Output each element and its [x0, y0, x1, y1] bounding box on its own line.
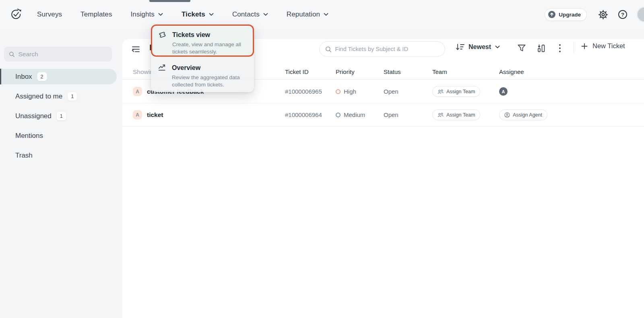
up-arrow-circle-icon — [548, 11, 555, 18]
manage-columns-icon[interactable] — [537, 44, 545, 53]
unassigned-count-badge: 1 — [56, 111, 66, 121]
settings-gear-icon[interactable] — [598, 9, 608, 20]
ticket-id: #1000006965 — [285, 88, 336, 95]
agent-icon — [504, 112, 510, 118]
ticket-avatar: A — [133, 87, 142, 96]
status-cell[interactable]: Open — [384, 111, 432, 118]
ticket-id: #1000006964 — [285, 111, 336, 118]
table-row[interactable]: A ticket #1000006964 Medium Open Assign … — [122, 103, 644, 127]
priority-cell[interactable]: Medium — [336, 111, 384, 118]
column-header-ticket-id: Ticket ID — [285, 68, 336, 75]
nav-item-surveys[interactable]: Surveys — [37, 10, 62, 18]
tickets-dropdown-menu: Tickets view Create, view and manage all… — [151, 24, 254, 92]
chevron-down-icon — [158, 13, 163, 16]
sort-descending-icon — [456, 43, 464, 51]
column-header-priority: Priority — [336, 68, 384, 75]
top-navigation: Surveys Templates Insights Tickets Conta… — [0, 0, 644, 29]
ticket-icon — [158, 30, 167, 39]
nav-item-reputation[interactable]: Reputation — [287, 10, 328, 18]
menu-item-description: Create, view and manage all tickets seam… — [172, 41, 249, 55]
nav-item-insights[interactable]: Insights — [131, 10, 163, 18]
priority-cell[interactable]: High — [336, 88, 384, 95]
sidebar-item-label: Inbox — [15, 73, 32, 81]
column-header-assignee: Assignee — [499, 68, 644, 75]
inbox-count-badge: 2 — [37, 72, 47, 81]
menu-item-title: Overview — [172, 64, 200, 72]
sidebar-item-label: Assigned to me — [15, 92, 62, 101]
upgrade-button[interactable]: Upgrade — [545, 8, 587, 21]
assign-agent-button[interactable]: Assign Agent — [499, 109, 547, 120]
ticket-search-input[interactable] — [335, 46, 439, 52]
chevron-down-icon — [324, 13, 328, 16]
team-icon — [438, 113, 444, 117]
sort-dropdown[interactable]: Newest — [456, 43, 500, 51]
filter-funnel-icon[interactable] — [517, 44, 526, 52]
upgrade-label: Upgrade — [559, 12, 581, 18]
sidebar-item-unassigned[interactable]: Unassigned 1 — [0, 106, 122, 126]
sidebar-item-label: Trash — [15, 152, 33, 160]
ticket-avatar: A — [133, 110, 142, 119]
nav-item-contacts[interactable]: Contacts — [232, 10, 268, 18]
chevron-down-icon — [263, 13, 268, 16]
sidebar-item-mentions[interactable]: Mentions — [0, 126, 122, 146]
new-ticket-button[interactable]: New Ticket — [581, 42, 625, 50]
assign-team-button[interactable]: Assign Team — [432, 86, 480, 97]
priority-high-icon — [336, 89, 341, 94]
status-cell[interactable]: Open — [384, 88, 432, 95]
sidebar-search[interactable] — [4, 47, 112, 62]
collapse-sidebar-icon[interactable] — [130, 44, 141, 55]
menu-item-overview[interactable]: Overview Review the aggregated data coll… — [151, 59, 254, 92]
sidebar: Inbox 2 Assigned to me 1 Unassigned 1 Me… — [0, 29, 122, 318]
assigned-count-badge: 1 — [67, 92, 77, 101]
nav-item-tickets[interactable]: Tickets — [182, 10, 214, 18]
toolbar-divider — [574, 42, 574, 53]
search-icon — [9, 51, 14, 57]
ticket-subject[interactable]: ticket — [147, 111, 163, 119]
topnav-right-controls: Upgrade ? — [545, 0, 644, 29]
new-ticket-label: New Ticket — [592, 42, 625, 50]
column-header-status: Status — [384, 68, 432, 75]
menu-item-title: Tickets view — [172, 31, 210, 39]
more-options-kebab-icon[interactable] — [559, 43, 561, 53]
sidebar-item-label: Mentions — [15, 132, 43, 140]
user-avatar[interactable] — [637, 7, 644, 22]
assignee-avatar[interactable]: A — [499, 87, 508, 96]
priority-medium-icon — [336, 113, 341, 117]
menu-item-description: Review the aggregated data collected fro… — [172, 74, 248, 88]
plus-icon — [581, 43, 588, 49]
search-icon — [325, 46, 332, 53]
menu-item-tickets-view[interactable]: Tickets view Create, view and manage all… — [151, 25, 254, 57]
sidebar-item-assigned-to-me[interactable]: Assigned to me 1 — [0, 86, 122, 106]
chevron-down-icon — [495, 45, 500, 49]
column-header-team: Team — [432, 68, 499, 75]
sidebar-item-label: Unassigned — [15, 112, 52, 120]
brand-logo-icon[interactable] — [9, 7, 23, 22]
help-icon[interactable]: ? — [617, 9, 628, 20]
sidebar-item-inbox[interactable]: Inbox 2 — [0, 69, 117, 84]
trend-up-icon — [157, 63, 167, 72]
chevron-down-icon — [209, 13, 214, 16]
team-icon — [438, 89, 444, 94]
nav-item-templates[interactable]: Templates — [80, 10, 112, 18]
assign-team-button[interactable]: Assign Team — [432, 109, 480, 120]
sidebar-search-input[interactable] — [18, 51, 107, 58]
ticket-search-box[interactable] — [319, 41, 445, 57]
sidebar-item-trash[interactable]: Trash — [0, 146, 122, 165]
sidebar-nav-list: Inbox 2 Assigned to me 1 Unassigned 1 Me… — [0, 67, 122, 165]
sort-label: Newest — [469, 43, 491, 51]
